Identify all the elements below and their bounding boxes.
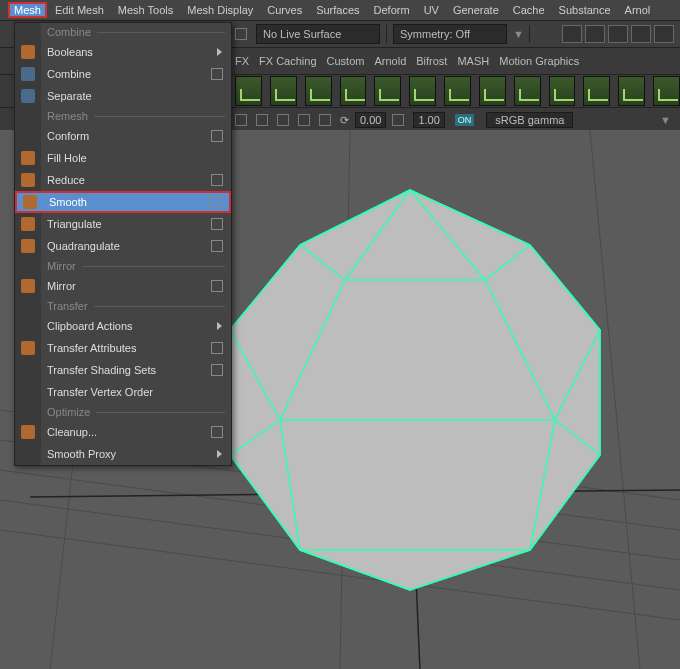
option-box-icon[interactable] (211, 364, 223, 376)
menu-item-mirror[interactable]: Mirror (15, 275, 231, 297)
tool-icon[interactable] (256, 114, 268, 126)
menu-cache[interactable]: Cache (507, 2, 551, 18)
option-box-icon[interactable] (211, 280, 223, 292)
live-surface-field[interactable]: No Live Surface (256, 24, 380, 44)
menu-item-transfer-attributes[interactable]: Transfer Attributes (15, 337, 231, 359)
option-box-icon[interactable] (211, 130, 223, 142)
menu-item-fill-hole[interactable]: Fill Hole (15, 147, 231, 169)
shelf-button[interactable] (340, 76, 367, 106)
ipr-icon[interactable] (608, 25, 628, 43)
shelf-button[interactable] (374, 76, 401, 106)
menu-item-clipboard-actions[interactable]: Clipboard Actions (15, 315, 231, 337)
menu-mesh-display[interactable]: Mesh Display (181, 2, 259, 18)
menu-item-label: Reduce (47, 174, 85, 186)
submenu-arrow-icon (217, 322, 222, 330)
chevron-down-icon[interactable]: ▼ (513, 28, 523, 40)
menu-generate[interactable]: Generate (447, 2, 505, 18)
menu-uv[interactable]: UV (418, 2, 445, 18)
symmetry-field[interactable]: Symmetry: Off (393, 24, 507, 44)
menu-item-icon (21, 341, 35, 355)
option-box-icon[interactable] (211, 240, 223, 252)
value-field-2[interactable]: 1.00 (413, 112, 444, 128)
render-settings-icon[interactable] (631, 25, 651, 43)
menu-item-reduce[interactable]: Reduce (15, 169, 231, 191)
tool-icon[interactable] (235, 114, 247, 126)
menu-item-label: Transfer Attributes (47, 342, 136, 354)
menu-item-transfer-shading-sets[interactable]: Transfer Shading Sets (15, 359, 231, 381)
shelf-button[interactable] (270, 76, 297, 106)
menu-item-label: Booleans (47, 46, 93, 58)
menu-item-triangulate[interactable]: Triangulate (15, 213, 231, 235)
menu-item-label: Quadrangulate (47, 240, 120, 252)
menu-item-quadrangulate[interactable]: Quadrangulate (15, 235, 231, 257)
menu-item-label: Smooth (49, 196, 87, 208)
shelf-tab-arnold[interactable]: Arnold (374, 55, 406, 67)
menu-item-label: Combine (47, 68, 91, 80)
menu-item-smooth[interactable]: Smooth (15, 191, 231, 213)
menu-item-icon (21, 425, 35, 439)
option-box-icon[interactable] (211, 218, 223, 230)
menu-item-transfer-vertex-order[interactable]: Transfer Vertex Order (15, 381, 231, 403)
render-icons (562, 25, 680, 43)
option-box-icon[interactable] (211, 342, 223, 354)
shelf-button[interactable] (549, 76, 576, 106)
menu-group-combine: Combine (15, 23, 231, 41)
menu-item-conform[interactable]: Conform (15, 125, 231, 147)
option-box-icon[interactable] (209, 196, 221, 208)
tool-icon[interactable] (298, 114, 310, 126)
menu-mesh[interactable]: Mesh (8, 2, 47, 18)
menu-item-label: Fill Hole (47, 152, 87, 164)
shelf-button[interactable] (409, 76, 436, 106)
value-field-1[interactable]: 0.00 (355, 112, 386, 128)
menu-item-cleanup[interactable]: Cleanup... (15, 421, 231, 443)
shelf-button[interactable] (444, 76, 471, 106)
shelf-tab-motion-graphics[interactable]: Motion Graphics (499, 55, 579, 67)
menu-item-smooth-proxy[interactable]: Smooth Proxy (15, 443, 231, 465)
menu-item-separate[interactable]: Separate (15, 85, 231, 107)
menu-surfaces[interactable]: Surfaces (310, 2, 365, 18)
submenu-arrow-icon (217, 48, 222, 56)
shelf-tab-bifrost[interactable]: Bifrost (416, 55, 447, 67)
menu-item-combine[interactable]: Combine (15, 63, 231, 85)
menu-item-icon (21, 89, 35, 103)
menu-item-icon (21, 67, 35, 81)
tool-icon[interactable] (392, 114, 404, 126)
option-box-icon[interactable] (211, 68, 223, 80)
menu-arnol[interactable]: Arnol (619, 2, 657, 18)
tool-icon[interactable] (277, 114, 289, 126)
menu-substance[interactable]: Substance (553, 2, 617, 18)
shelf-button[interactable] (479, 76, 506, 106)
shelf-button[interactable] (235, 76, 262, 106)
menu-group-optimize: Optimize (15, 403, 231, 421)
chevron-down-icon[interactable]: ▼ (660, 114, 670, 126)
shelf-tab-fx-caching[interactable]: FX Caching (259, 55, 316, 67)
option-box-icon[interactable] (211, 174, 223, 186)
menu-item-label: Mirror (47, 280, 76, 292)
menu-edit-mesh[interactable]: Edit Mesh (49, 2, 110, 18)
menu-item-icon (21, 151, 35, 165)
menu-curves[interactable]: Curves (261, 2, 308, 18)
option-box-icon[interactable] (211, 426, 223, 438)
shelf-tab-custom[interactable]: Custom (327, 55, 365, 67)
render-icon[interactable] (654, 25, 674, 43)
tool-icon[interactable] (319, 114, 331, 126)
render-icon[interactable] (562, 25, 582, 43)
menu-item-label: Conform (47, 130, 89, 142)
shelf-button[interactable] (653, 76, 680, 106)
on-badge[interactable]: ON (455, 114, 475, 126)
menu-deform[interactable]: Deform (368, 2, 416, 18)
shelf-button[interactable] (618, 76, 645, 106)
render-icon[interactable] (585, 25, 605, 43)
colorspace-dropdown[interactable]: sRGB gamma (486, 112, 573, 128)
magnet-icon[interactable] (235, 28, 247, 40)
shelf-tab-fx[interactable]: FX (235, 55, 249, 67)
menu-item-label: Transfer Vertex Order (47, 386, 153, 398)
menu-item-booleans[interactable]: Booleans (15, 41, 231, 63)
menu-item-icon (21, 279, 35, 293)
shelf-button[interactable] (514, 76, 541, 106)
menu-mesh-tools[interactable]: Mesh Tools (112, 2, 179, 18)
shelf-tab-mash[interactable]: MASH (457, 55, 489, 67)
menu-group-remesh: Remesh (15, 107, 231, 125)
shelf-button[interactable] (583, 76, 610, 106)
shelf-button[interactable] (305, 76, 332, 106)
